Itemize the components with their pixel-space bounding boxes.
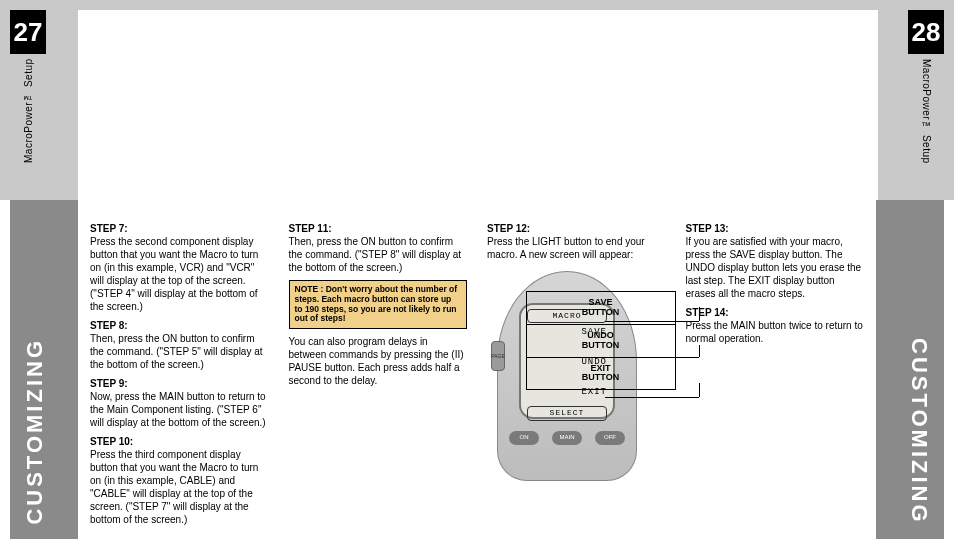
screen-bottom: SELECT: [527, 406, 607, 420]
step-10-text: Press the third component display button…: [90, 448, 269, 526]
step-11-heading: STEP 11:: [289, 222, 468, 235]
section-label-left: CUSTOMIZING: [22, 338, 48, 525]
section-tab-left: MacroPower™ Setup: [10, 56, 46, 166]
columns: STEP 7: Press the second component displ…: [90, 222, 864, 533]
step-11b-text: You can also program delays in between c…: [289, 335, 468, 387]
top-white-area: [78, 10, 878, 200]
label-exit-b: BUTTON: [582, 372, 619, 382]
step-7-text: Press the second component display butto…: [90, 235, 269, 313]
step-9-heading: STEP 9:: [90, 377, 269, 390]
step-14-text: Press the MAIN button twice to return to…: [686, 319, 865, 345]
page-side-button: PAGE: [491, 341, 505, 371]
step-8-text: Then, press the ON button to confirm the…: [90, 332, 269, 371]
column-2: STEP 11: Then, press the ON button to co…: [289, 222, 468, 533]
oval-button-row: ON MAIN OFF: [509, 431, 625, 445]
step-8-heading: STEP 8:: [90, 319, 269, 332]
label-save-a: SAVE: [589, 297, 613, 307]
step-12-heading: STEP 12:: [487, 222, 666, 235]
step-13-text: If you are satisfied with your macro, pr…: [686, 235, 865, 300]
label-exit-a: EXIT: [590, 363, 610, 373]
note-box: NOTE : Don't worry about the number of s…: [289, 280, 468, 329]
label-undo-b: BUTTON: [582, 340, 619, 350]
manual-spread: 27 28 MacroPower™ Setup MacroPower™ Setu…: [0, 0, 954, 549]
leader-line-3: [605, 397, 699, 398]
label-undo: UNDO BUTTON: [527, 325, 675, 358]
step-11-text: Then, press the ON button to confirm the…: [289, 235, 468, 274]
page-number-right: 28: [908, 10, 944, 54]
step-9-text: Now, press the MAIN button to return to …: [90, 390, 269, 429]
column-4: STEP 13: If you are satisfied with your …: [686, 222, 865, 533]
label-undo-a: UNDO: [587, 330, 614, 340]
step-10-heading: STEP 10:: [90, 435, 269, 448]
main-button: MAIN: [552, 431, 582, 445]
step-13-heading: STEP 13:: [686, 222, 865, 235]
callout-labels: SAVE BUTTON UNDO BUTTON EXIT BUTTON: [526, 291, 676, 390]
step-7-heading: STEP 7:: [90, 222, 269, 235]
remote-diagram: PAGE MACRO SAVE UNDO EXIT SELECT ON MAIN…: [487, 271, 666, 461]
off-button: OFF: [595, 431, 625, 445]
on-button: ON: [509, 431, 539, 445]
label-save-b: BUTTON: [582, 307, 619, 317]
label-save: SAVE BUTTON: [527, 292, 675, 325]
section-tab-right: MacroPower™ Setup: [908, 56, 944, 166]
step-14-heading: STEP 14:: [686, 306, 865, 319]
section-label-right: CUSTOMIZING: [906, 338, 932, 525]
step-12-text: Press the LIGHT button to end your macro…: [487, 235, 666, 261]
leader-v-3: [699, 383, 700, 397]
label-exit: EXIT BUTTON: [527, 358, 675, 390]
leader-v-2: [699, 345, 700, 357]
page-number-left: 27: [10, 10, 46, 54]
bottom-area: CUSTOMIZING CUSTOMIZING STEP 7: Press th…: [0, 200, 954, 549]
column-1: STEP 7: Press the second component displ…: [90, 222, 269, 533]
leader-v-1: [699, 307, 700, 321]
column-3: STEP 12: Press the LIGHT button to end y…: [487, 222, 666, 533]
